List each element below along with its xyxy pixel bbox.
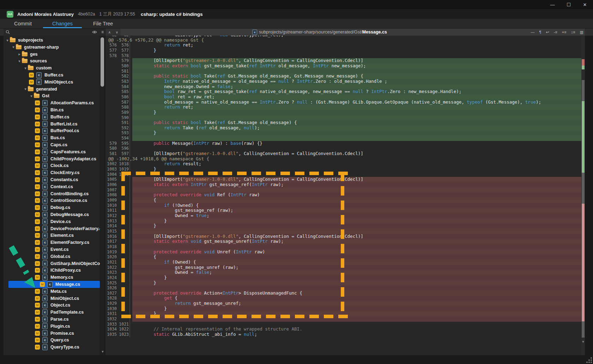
whitespace-icon[interactable]: — <box>531 30 535 34</box>
tree-scrollbar-thumb[interactable] <box>101 37 104 87</box>
diff-line-added: 579 [DllImport("gstreamer-1.0-0.dll", Ca… <box>105 58 581 63</box>
decrease-context-icon[interactable]: -≡ <box>554 30 557 34</box>
diff-line-context: 10331021 <box>105 322 581 327</box>
old-line-number <box>105 115 117 121</box>
csharp-file-icon: c <box>42 253 48 259</box>
diff-scroll-down-icon[interactable]: ▼ <box>581 340 585 344</box>
tab-file-tree[interactable]: File Tree <box>87 19 119 28</box>
tab-commit[interactable]: Commit <box>8 19 38 28</box>
tree-item-BufferPool-cs[interactable]: McBufferPool.cs <box>4 127 100 134</box>
chevron-down-icon[interactable]: ▾ <box>23 66 28 70</box>
diff-line-removed: 1011 gst_message_ref (raw); <box>105 208 581 213</box>
tree-item-DeviceProviderFactory-cs[interactable]: McDeviceProviderFactory.cs <box>4 225 100 232</box>
tree-item-Event-cs[interactable]: McEvent.cs <box>4 246 100 253</box>
modified-badge: M <box>35 205 40 210</box>
minimize-button[interactable]: — <box>544 0 561 9</box>
tree-item-Bin-cs[interactable]: McBin.cs <box>4 106 100 113</box>
gutter-divider <box>129 229 130 234</box>
new-line-number: 1023 <box>117 332 129 337</box>
chevron-down-icon[interactable]: ▾ <box>5 38 10 42</box>
tree-item-MiniObject-cs[interactable]: McMiniObject.cs <box>4 79 100 86</box>
tree-item-gstreamer-sharp[interactable]: ▾gstreamer-sharp <box>4 44 100 51</box>
search-input[interactable] <box>12 29 90 35</box>
modified-badge: M <box>35 142 40 147</box>
split-view-icon[interactable]: ▥ <box>580 30 583 34</box>
tree-scroll-down-icon[interactable]: ▼ <box>101 350 105 353</box>
tree-item-QueryType-cs[interactable]: McQueryType.cs <box>4 344 100 351</box>
tree-item-Buffer-cs[interactable]: McBuffer.cs <box>4 113 100 121</box>
tree-item-Caps-cs[interactable]: McCaps.cs <box>4 141 100 148</box>
tree-item-sources[interactable]: ▾sources <box>4 57 100 64</box>
tree-item-GstSharp-MiniObjectCop-[interactable]: McGstSharp.MiniObjectCop... <box>4 260 100 267</box>
diff-scrollbar[interactable] <box>581 36 585 355</box>
tree-item-Device-cs[interactable]: McDevice.cs <box>4 218 100 225</box>
tree-item-ClockEntry-cs[interactable]: McClockEntry.cs <box>4 169 100 176</box>
tree-item-Global-cs[interactable]: McGlobal.cs <box>4 253 100 260</box>
new-line-number <box>117 275 129 280</box>
diff-line-added: 580 static extern bool gst_message_take(… <box>105 63 581 69</box>
tree-item-CapsFeatures-cs[interactable]: McCapsFeatures.cs <box>4 148 100 155</box>
gutter-divider <box>129 203 130 208</box>
tree-item-DebugMessage-cs[interactable]: McDebugMessage.cs <box>4 211 100 218</box>
window-resize-grip[interactable] <box>586 357 592 363</box>
old-line-number <box>105 74 117 79</box>
tree-item-custom[interactable]: ▾custom <box>4 64 100 72</box>
close-button[interactable]: ✕ <box>577 0 593 9</box>
tree-item-label: CapsFeatures.cs <box>50 149 86 154</box>
chevron-down-icon[interactable]: ▾ <box>29 94 34 98</box>
tree-item-Buffer-cs[interactable]: McBuffer.cs <box>4 72 100 79</box>
prev-change-button[interactable]: ∧ <box>108 30 111 34</box>
chevron-down-icon[interactable]: ▾ <box>11 45 16 49</box>
tree-item-Debug-cs[interactable]: McDebug.cs <box>4 204 100 211</box>
tree-item-Parse-cs[interactable]: McParse.cs <box>4 316 100 323</box>
gutter-divider <box>129 105 130 110</box>
csharp-file-icon: c <box>42 323 48 329</box>
list-icon[interactable]: ≡ <box>101 30 104 35</box>
tree-item-Gst[interactable]: ▾Gst <box>4 92 100 99</box>
tree-item-Promise-cs[interactable]: McPromise.cs <box>4 330 100 337</box>
tree-item-Plugin-cs[interactable]: McPlugin.cs <box>4 323 100 330</box>
new-line-number: 585 <box>117 89 129 94</box>
tree-item-PadTemplate-cs[interactable]: McPadTemplate.cs <box>4 309 100 316</box>
tree-item-Constants-cs[interactable]: McConstants.cs <box>4 176 100 183</box>
tree-item-IChildProxy-cs[interactable]: McIChildProxy.cs <box>4 267 100 274</box>
chevron-right-icon[interactable]: ▸ <box>17 52 22 56</box>
pilcrow-icon[interactable]: ¶ <box>539 30 541 34</box>
tree-item-label: GstSharp.MiniObjectCop... <box>50 261 100 266</box>
tree-item-Element-cs[interactable]: McElement.cs <box>4 232 100 239</box>
search-box[interactable]: ≡ <box>4 29 106 36</box>
tree-item-AllocationParams-cs[interactable]: McAllocationParams.cs <box>4 99 100 106</box>
tree-item-ElementFactory-cs[interactable]: McElementFactory.cs <box>4 239 100 246</box>
tree-item-Clock-cs[interactable]: McClock.cs <box>4 162 100 169</box>
file-path-bar[interactable]: c subprojects/gstreamer-sharp/sources/ge… <box>121 29 585 36</box>
maximize-button[interactable]: ☐ <box>561 0 577 9</box>
tree-item-Object-cs[interactable]: McObject.cs <box>4 302 100 309</box>
tree-item-Meta-cs[interactable]: McMeta.cs <box>4 288 100 295</box>
tree-item-ges[interactable]: ▸ges <box>4 51 100 58</box>
tree-item-Context-cs[interactable]: McContext.cs <box>4 183 100 190</box>
tree-item-MiniObject-cs[interactable]: McMiniObject.cs <box>4 295 100 302</box>
tree-item-Message-cs[interactable]: McMessage.cs <box>8 281 100 288</box>
tree-item-ControlBinding-cs[interactable]: McControlBinding.cs <box>4 190 100 197</box>
increase-context-icon[interactable]: +≡ <box>562 30 567 34</box>
wrap-lines-icon[interactable]: ↩ <box>546 30 549 34</box>
chevron-down-icon[interactable]: ▾ <box>17 59 22 63</box>
tree-item-Query-cs[interactable]: McQuery.cs <box>4 337 100 344</box>
tree-item-Memory-cs[interactable]: McMemory.cs <box>4 274 100 281</box>
tree-item-Bus-cs[interactable]: McBus.cs <box>4 134 100 141</box>
chevron-down-icon[interactable]: ▾ <box>23 87 28 91</box>
next-change-button[interactable]: ∨ <box>116 30 118 34</box>
new-line-number <box>117 208 129 213</box>
code-text <box>132 136 581 141</box>
new-line-number <box>117 265 129 270</box>
tree-item-ControlSource-cs[interactable]: McControlSource.cs <box>4 197 100 204</box>
tree-item-subprojects[interactable]: ▾subprojects <box>4 37 100 44</box>
tree-item-BufferList-cs[interactable]: McBufferList.cs <box>4 121 100 128</box>
eye-icon[interactable] <box>92 30 97 34</box>
tree-item-ChildProxyAdapter-cs[interactable]: McChildProxyAdapter.cs <box>4 155 100 162</box>
tab-changes[interactable]: Changes <box>46 19 79 28</box>
modified-badge: M <box>35 331 40 336</box>
tree-scrollbar[interactable] <box>100 36 104 355</box>
expand-context-icon[interactable]: ↕≡ <box>571 30 575 34</box>
tree-item-generated[interactable]: ▾generated <box>4 86 100 93</box>
